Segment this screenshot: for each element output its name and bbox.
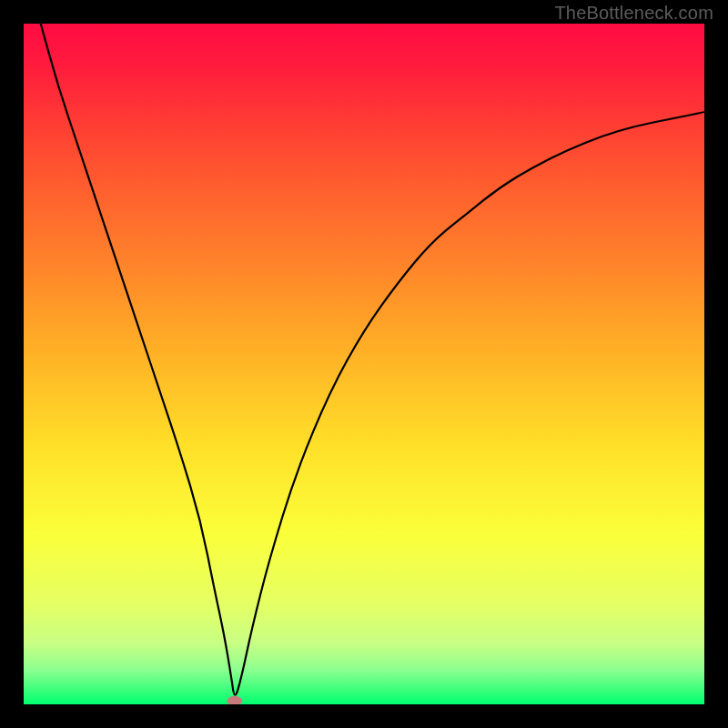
plot-area — [24, 24, 704, 704]
plot-svg — [24, 24, 704, 704]
optimum-marker — [228, 696, 242, 704]
gradient-background — [24, 24, 704, 704]
watermark-text: TheBottleneck.com — [554, 3, 713, 24]
chart-frame: TheBottleneck.com — [0, 0, 728, 728]
